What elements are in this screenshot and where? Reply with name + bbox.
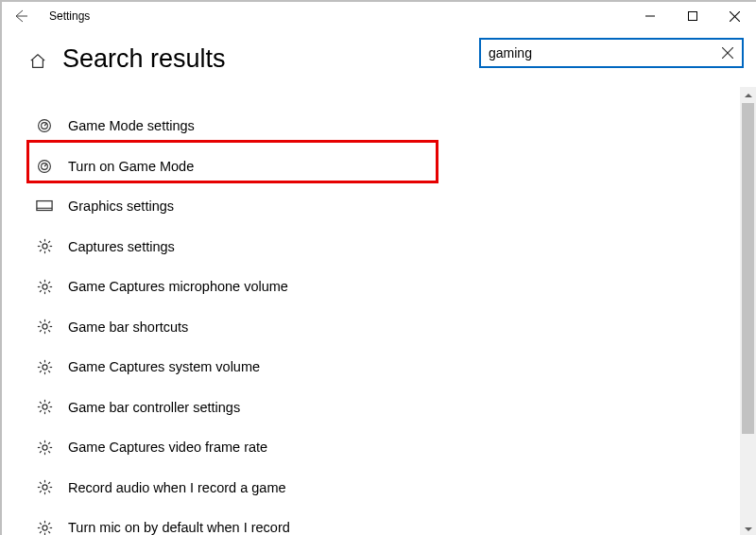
svg-line-46 <box>39 362 41 364</box>
svg-line-20 <box>48 250 50 251</box>
search-box[interactable] <box>479 38 744 68</box>
gear-icon <box>36 439 53 456</box>
svg-line-48 <box>48 362 50 364</box>
result-item[interactable]: Game bar controller settings <box>30 388 437 428</box>
svg-line-85 <box>39 531 41 533</box>
result-label: Game Captures video frame rate <box>68 440 267 455</box>
home-button[interactable] <box>28 52 47 71</box>
svg-line-40 <box>39 330 41 332</box>
svg-line-19 <box>39 241 41 243</box>
scroll-down-button[interactable] <box>740 521 756 535</box>
close-button[interactable] <box>713 2 756 30</box>
gear-icon <box>36 519 53 535</box>
svg-line-58 <box>39 410 41 412</box>
arrow-left-icon <box>13 9 28 24</box>
svg-line-57 <box>48 402 50 404</box>
svg-line-76 <box>39 491 41 492</box>
svg-line-21 <box>48 241 50 243</box>
results-list: Game Mode settingsTurn on Game ModeGraph… <box>30 106 437 535</box>
result-label: Game bar controller settings <box>68 400 240 415</box>
gear-icon <box>36 319 53 336</box>
result-item[interactable]: Game Captures video frame rate <box>30 427 437 468</box>
svg-rect-1 <box>688 12 696 21</box>
home-icon <box>29 53 46 70</box>
gear-icon <box>36 238 53 255</box>
maximize-button[interactable] <box>671 2 713 30</box>
result-item[interactable]: Turn mic on by default when I record <box>30 508 437 535</box>
result-item[interactable]: Game bar shortcuts <box>30 307 437 348</box>
svg-point-50 <box>42 405 46 409</box>
svg-line-22 <box>39 250 41 251</box>
svg-line-29 <box>48 290 50 292</box>
scroll-up-button[interactable] <box>740 87 756 103</box>
svg-line-55 <box>39 402 41 404</box>
svg-line-83 <box>48 531 50 533</box>
svg-line-66 <box>48 442 50 444</box>
gear-icon <box>36 479 53 496</box>
page-title: Search results <box>62 44 226 74</box>
svg-line-75 <box>48 482 50 484</box>
result-item[interactable]: Record audio when I record a game <box>30 468 437 509</box>
close-icon <box>730 11 740 22</box>
chevron-down-icon <box>745 526 752 533</box>
svg-line-82 <box>39 523 41 525</box>
svg-point-77 <box>42 526 46 530</box>
result-item[interactable]: Captures settings <box>30 227 437 268</box>
svg-line-74 <box>48 491 50 492</box>
svg-line-28 <box>39 282 41 284</box>
content-area: Game Mode settingsTurn on Game ModeGraph… <box>2 87 756 535</box>
svg-line-49 <box>39 371 41 372</box>
svg-line-84 <box>48 523 50 525</box>
svg-line-30 <box>48 282 50 284</box>
svg-line-65 <box>48 451 50 453</box>
svg-point-41 <box>42 365 46 370</box>
svg-line-39 <box>48 321 50 323</box>
chevron-up-icon <box>745 92 752 99</box>
result-item[interactable]: Graphics settings <box>30 186 437 227</box>
svg-line-64 <box>39 442 41 444</box>
result-item[interactable]: Turn on Game Mode <box>30 147 437 187</box>
header: Search results <box>2 30 756 87</box>
svg-point-68 <box>42 485 46 490</box>
result-label: Game Captures microphone volume <box>68 279 288 294</box>
search-input[interactable] <box>481 42 713 64</box>
gear-icon <box>36 399 53 416</box>
scrollbar-thumb[interactable] <box>742 103 754 434</box>
svg-point-32 <box>42 324 46 329</box>
x-icon <box>722 47 733 59</box>
monitor-icon <box>36 198 53 215</box>
svg-line-67 <box>39 451 41 453</box>
result-label: Captures settings <box>68 239 175 254</box>
svg-point-59 <box>42 445 46 450</box>
svg-line-38 <box>48 330 50 332</box>
app-title: Settings <box>40 9 90 23</box>
svg-point-14 <box>42 244 46 249</box>
gear-icon <box>36 278 53 295</box>
svg-line-11 <box>44 164 46 165</box>
svg-line-47 <box>48 371 50 372</box>
svg-line-73 <box>39 482 41 484</box>
minimize-button[interactable] <box>628 2 671 30</box>
result-item[interactable]: Game Captures microphone volume <box>30 267 437 307</box>
result-label: Record audio when I record a game <box>68 480 286 495</box>
result-label: Graphics settings <box>68 198 174 214</box>
result-item[interactable]: Game Mode settings <box>30 106 437 147</box>
svg-rect-12 <box>37 201 52 211</box>
svg-line-56 <box>48 410 50 412</box>
svg-line-37 <box>39 321 41 323</box>
result-item[interactable]: Game Captures system volume <box>30 347 437 388</box>
svg-point-23 <box>42 285 46 289</box>
title-bar: Settings <box>2 2 756 30</box>
dial-icon <box>36 117 53 134</box>
maximize-icon <box>688 11 697 21</box>
gear-icon <box>36 358 53 375</box>
back-button[interactable] <box>2 2 40 30</box>
minimize-icon <box>645 11 655 21</box>
svg-line-31 <box>39 290 41 292</box>
svg-line-8 <box>44 124 46 126</box>
search-clear-button[interactable] <box>713 40 742 66</box>
result-label: Game bar shortcuts <box>68 319 188 335</box>
scrollbar[interactable] <box>740 87 756 535</box>
dial-icon <box>36 158 53 175</box>
result-label: Turn mic on by default when I record <box>68 520 290 535</box>
